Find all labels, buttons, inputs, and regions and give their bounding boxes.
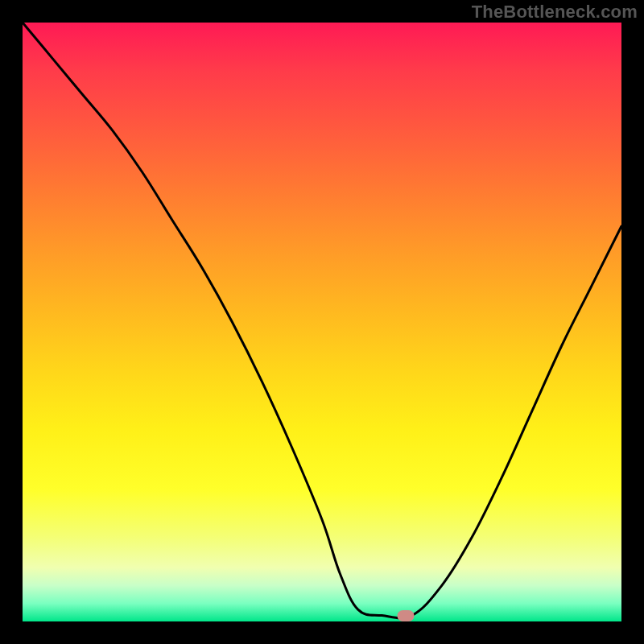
plot-area [23,23,621,621]
chart-frame: TheBottleneck.com [0,0,644,644]
minimum-marker [398,610,415,621]
bottleneck-curve [23,23,621,618]
curve-svg [23,23,621,621]
watermark-text: TheBottleneck.com [472,2,638,23]
